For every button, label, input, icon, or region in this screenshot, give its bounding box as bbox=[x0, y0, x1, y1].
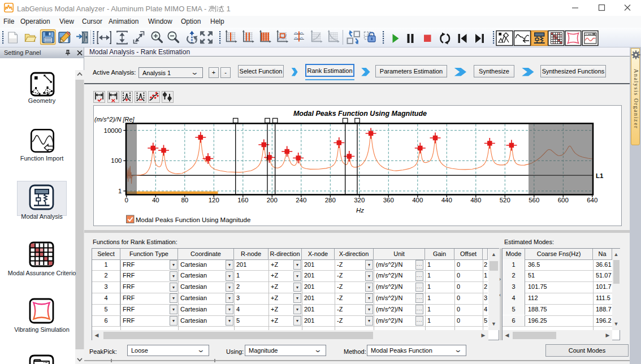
svg-text:240: 240 bbox=[296, 197, 306, 203]
svg-text:280: 280 bbox=[325, 197, 336, 203]
svg-text:40: 40 bbox=[152, 197, 159, 203]
svg-text:0: 0 bbox=[125, 197, 128, 203]
svg-text:600: 600 bbox=[558, 197, 569, 203]
svg-text:440: 440 bbox=[441, 197, 452, 203]
svg-text:520: 520 bbox=[500, 197, 510, 203]
svg-text:Modal Peaks Function Using Mag: Modal Peaks Function Using Magnitude bbox=[293, 110, 427, 118]
svg-text:560: 560 bbox=[529, 197, 539, 203]
svg-text:Hz: Hz bbox=[356, 207, 364, 214]
svg-text:200: 200 bbox=[267, 197, 278, 203]
svg-text:120: 120 bbox=[209, 197, 219, 203]
svg-text:400: 400 bbox=[412, 197, 423, 203]
svg-text:L1: L1 bbox=[596, 172, 604, 179]
svg-text:480: 480 bbox=[470, 197, 481, 203]
svg-text:(m/s^2)/N [Re]: (m/s^2)/N [Re] bbox=[94, 116, 135, 123]
svg-text:320: 320 bbox=[354, 197, 365, 203]
svg-text:10000: 10000 bbox=[104, 127, 122, 134]
svg-text:80: 80 bbox=[181, 197, 188, 203]
svg-text:360: 360 bbox=[383, 197, 394, 203]
svg-text:1: 1 bbox=[118, 188, 122, 194]
svg-text:160: 160 bbox=[237, 197, 248, 203]
svg-text:Modal Peaks Function Using Mag: Modal Peaks Function Using Magnitude bbox=[136, 216, 250, 223]
svg-text:640: 640 bbox=[587, 197, 597, 203]
svg-text:100: 100 bbox=[111, 157, 122, 164]
